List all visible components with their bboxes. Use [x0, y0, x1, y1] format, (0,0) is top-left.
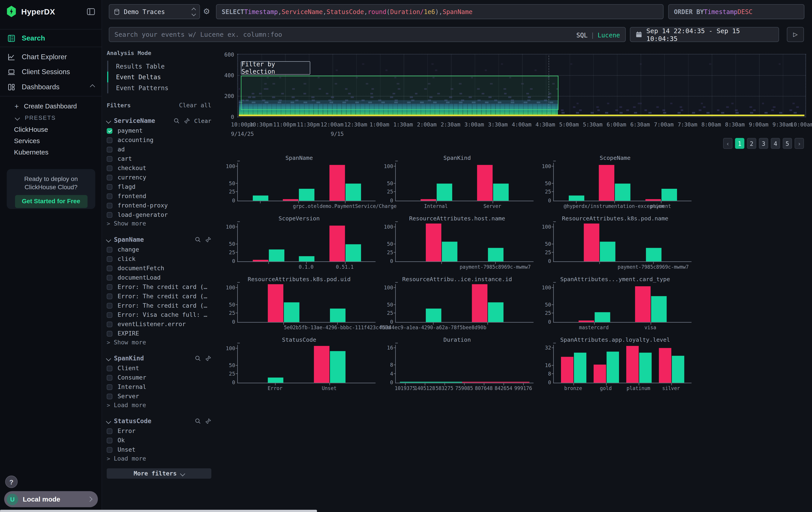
filter-checkbox-load-generator[interactable]: load-generator	[107, 210, 211, 219]
filter-section-header-servicename[interactable]: ServiceNameClear	[107, 116, 211, 126]
checkbox[interactable]	[107, 203, 113, 208]
sidebar-preset-services[interactable]: Services	[0, 135, 102, 146]
pin-icon[interactable]	[205, 236, 211, 243]
filter-checkbox-client[interactable]: Client	[107, 363, 211, 373]
filter-section-show-more[interactable]: >Show more	[107, 219, 211, 227]
sidebar-item-dashboards[interactable]: Dashboards	[0, 79, 102, 95]
filter-checkbox-frontend-proxy[interactable]: frontend-proxy	[107, 201, 211, 210]
clear-section-button[interactable]: Clear	[194, 117, 211, 124]
checkbox[interactable]	[107, 375, 113, 380]
checkbox[interactable]	[107, 293, 113, 299]
clear-all-filters-button[interactable]: Clear all	[179, 102, 211, 109]
sidebar-item-client-sessions[interactable]: Client Sessions	[0, 64, 102, 79]
checkbox[interactable]	[107, 184, 113, 190]
analysis-option-results-table[interactable]: Results Table	[107, 61, 211, 72]
filter-checkbox-eventlistener-error[interactable]: eventListener.error	[107, 319, 211, 329]
filter-section-header-statuscode[interactable]: StatusCode	[107, 416, 211, 426]
analysis-option-event-deltas[interactable]: Event Deltas	[107, 72, 211, 82]
pagination-page-4[interactable]: 4	[771, 138, 780, 149]
create-dashboard-button[interactable]: + Create Dashboard	[0, 101, 102, 112]
checkbox[interactable]	[107, 365, 113, 371]
checkbox[interactable]	[107, 321, 113, 327]
checkbox[interactable]	[107, 137, 113, 143]
checkbox[interactable]	[107, 428, 113, 434]
filter-checkbox-cart[interactable]: cart	[107, 154, 211, 163]
help-button[interactable]: ?	[5, 476, 18, 488]
date-range-picker[interactable]: Sep 14 22:04:35 - Sep 15 10:04:35	[630, 27, 779, 42]
filter-checkbox-accounting[interactable]: accounting	[107, 135, 211, 145]
checkbox[interactable]	[107, 312, 113, 318]
checkbox[interactable]	[107, 174, 113, 180]
checkbox[interactable]	[107, 437, 113, 443]
checkbox[interactable]	[107, 384, 113, 390]
sidebar-preset-kubernetes[interactable]: Kubernetes	[0, 146, 102, 158]
filter-checkbox-documentfetch[interactable]: documentFetch	[107, 263, 211, 273]
search-icon[interactable]	[173, 118, 180, 124]
checkbox[interactable]	[107, 447, 113, 453]
checkbox[interactable]	[107, 156, 113, 162]
search-input[interactable]	[109, 27, 625, 42]
filter-section-load-more[interactable]: >Load more	[107, 454, 211, 463]
checkbox[interactable]	[107, 247, 113, 252]
filter-checkbox-flagd[interactable]: flagd	[107, 182, 211, 191]
filter-section-header-spanname[interactable]: SpanName	[107, 235, 211, 245]
filter-checkbox-currency[interactable]: currency	[107, 173, 211, 182]
filter-checkbox-ok[interactable]: Ok	[107, 436, 211, 445]
checkbox[interactable]	[107, 193, 113, 199]
filter-checkbox-error-the-credit-card[interactable]: Error: The credit card (…	[107, 301, 211, 310]
run-query-button[interactable]: ▷	[787, 27, 804, 42]
filter-checkbox-unset[interactable]: Unset	[107, 445, 211, 454]
search-icon[interactable]	[195, 355, 201, 361]
pagination-page-3[interactable]: 3	[759, 138, 768, 149]
checkbox[interactable]	[107, 275, 113, 280]
pin-icon[interactable]	[205, 418, 211, 424]
filter-checkbox-payment[interactable]: payment	[107, 126, 211, 135]
source-select[interactable]: Demo Traces	[109, 4, 200, 19]
checkbox[interactable]	[107, 256, 113, 262]
checkbox[interactable]	[107, 165, 113, 171]
presets-toggle[interactable]: PRESETS	[0, 112, 102, 123]
checkbox[interactable]	[107, 212, 113, 218]
mode-lucene[interactable]: Lucene	[598, 31, 620, 39]
pagination-prev[interactable]: ‹	[723, 138, 732, 149]
checkbox[interactable]	[107, 146, 113, 152]
sidebar-item-search[interactable]: Search	[0, 29, 102, 47]
order-by-editor[interactable]: ORDER BY Timestamp DESC	[668, 4, 805, 19]
filter-checkbox-error[interactable]: Error	[107, 426, 211, 436]
heatmap-selection-rect[interactable]	[241, 76, 558, 110]
filter-section-header-spankind[interactable]: SpanKind	[107, 353, 211, 364]
filter-checkbox-change[interactable]: change	[107, 245, 211, 254]
filter-section-show-more[interactable]: >Show more	[107, 338, 211, 346]
sql-select-editor[interactable]: SELECT Timestamp, ServiceName, StatusCod…	[216, 4, 664, 19]
filter-checkbox-server[interactable]: Server	[107, 392, 211, 401]
filter-checkbox-ad[interactable]: ad	[107, 145, 211, 154]
pin-icon[interactable]	[205, 355, 211, 361]
filter-checkbox-click[interactable]: click	[107, 254, 211, 264]
checkbox[interactable]	[107, 302, 113, 308]
get-started-button[interactable]: Get Started for Free	[15, 195, 87, 208]
events-duration-heatmap[interactable]	[237, 54, 806, 117]
pagination-page-5[interactable]: 5	[783, 138, 792, 149]
filter-checkbox-documentload[interactable]: documentLoad	[107, 273, 211, 282]
filter-section-load-more[interactable]: >Load more	[107, 401, 211, 409]
pin-icon[interactable]	[184, 118, 190, 124]
filter-checkbox-error-the-credit-card[interactable]: Error: The credit card (…	[107, 282, 211, 291]
pagination-page-2[interactable]: 2	[747, 138, 756, 149]
gear-icon[interactable]: ⚙	[203, 7, 210, 16]
checkbox[interactable]	[107, 284, 113, 290]
account-menu[interactable]: U Local mode	[4, 491, 98, 507]
filter-checkbox-error-visa-cache-full[interactable]: Error: Visa cache full: …	[107, 310, 211, 319]
pagination-next[interactable]: ›	[795, 138, 804, 149]
filter-checkbox-consumer[interactable]: Consumer	[107, 373, 211, 382]
filter-checkbox-internal[interactable]: Internal	[107, 382, 211, 392]
filter-checkbox-expire[interactable]: EXPIRE	[107, 329, 211, 338]
horizontal-scrollbar-thumb[interactable]	[0, 510, 317, 512]
filter-checkbox-error-the-credit-card[interactable]: Error: The credit card (…	[107, 291, 211, 301]
checkbox[interactable]	[107, 265, 113, 271]
mode-sql[interactable]: SQL	[576, 31, 588, 39]
search-icon[interactable]	[195, 236, 201, 243]
pagination-page-1[interactable]: 1	[735, 138, 745, 149]
analysis-option-event-patterns[interactable]: Event Patterns	[107, 82, 211, 93]
checkbox[interactable]	[107, 330, 113, 336]
filter-checkbox-frontend[interactable]: frontend	[107, 191, 211, 201]
